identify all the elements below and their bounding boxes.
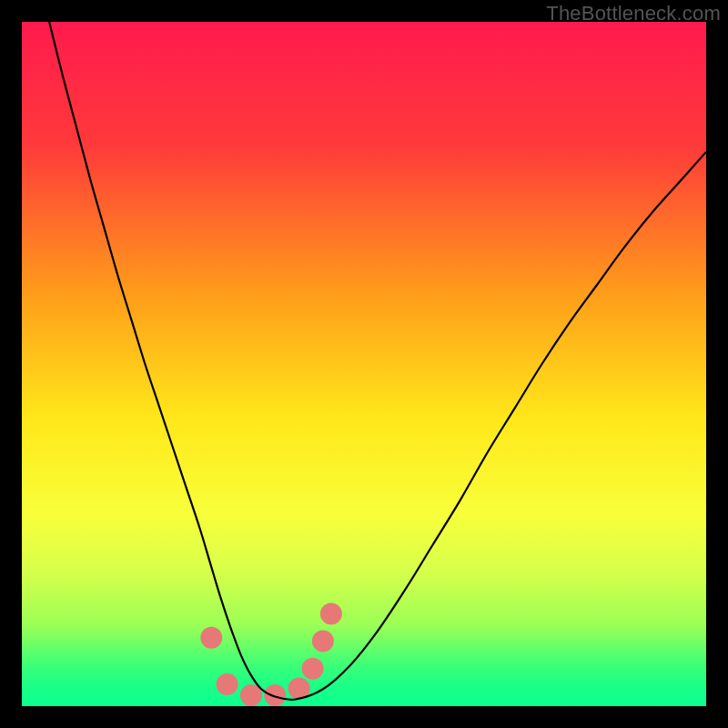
highlight-marker [312,631,334,652]
watermark-text: TheBottleneck.com [546,2,721,25]
chart-svg [22,22,706,706]
highlight-marker [217,673,238,695]
gradient-background [22,22,706,706]
highlight-marker [320,602,342,624]
highlight-marker [264,684,286,706]
chart-frame [22,22,706,706]
highlight-marker [302,658,324,680]
highlight-marker [200,627,222,649]
